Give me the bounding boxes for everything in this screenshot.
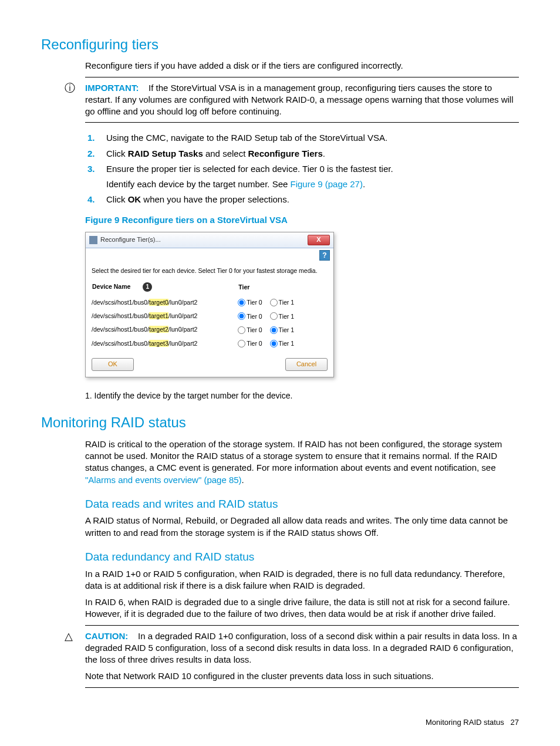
- figure-9-caption: Figure 9 Reconfigure tiers on a StoreVir…: [85, 214, 519, 226]
- tier0-radio[interactable]: [238, 299, 245, 306]
- heading-reconfiguring-tiers: Reconfiguring tiers: [41, 35, 519, 54]
- tier1-radio[interactable]: [270, 299, 278, 306]
- paragraph-reconf-intro: Reconfigure tiers if you have added a di…: [85, 60, 519, 72]
- device-target-highlight: target2: [149, 326, 168, 333]
- step-3b: Identify each device by the target numbe…: [106, 179, 291, 189]
- device-path-pre: /dev/scsi/host1/bus0/: [92, 326, 149, 333]
- tier1-radio[interactable]: [270, 312, 278, 320]
- table-row: /dev/scsi/host1/bus0/target1/lun0/part2 …: [92, 309, 328, 323]
- callout-badge-1: 1: [143, 282, 152, 292]
- device-path-post: /lun0/part2: [168, 299, 198, 306]
- page-footer: Monitoring RAID status 27: [41, 717, 519, 728]
- step-4-bold: OK: [128, 194, 141, 204]
- col-tier: Tier: [238, 282, 328, 295]
- table-row: /dev/scsi/host1/bus0/target0/lun0/part2 …: [92, 295, 328, 309]
- step-4c: when you have the proper selections.: [141, 194, 289, 204]
- device-target-highlight: target1: [149, 312, 168, 319]
- device-path-post: /lun0/part2: [168, 326, 198, 333]
- step-3c: .: [363, 179, 365, 189]
- reconfigure-tiers-dialog: Reconfigure Tier(s)... X ? Select the de…: [85, 232, 334, 378]
- dialog-help-button[interactable]: ?: [319, 250, 330, 261]
- important-text: If the StoreVirtual VSA is in a manageme…: [85, 83, 514, 117]
- device-path-pre: /dev/scsi/host1/bus0/: [92, 340, 149, 347]
- dialog-close-button[interactable]: X: [308, 235, 330, 245]
- heading-data-reads-writes: Data reads and writes and RAID status: [85, 497, 519, 512]
- dialog-device-table: Device Name 1 Tier /dev/scsi/host1/bus0/…: [92, 282, 328, 350]
- important-label: IMPORTANT:: [85, 83, 139, 93]
- step-4: Click OK when you have the proper select…: [103, 194, 519, 205]
- tier1-radio[interactable]: [270, 340, 278, 347]
- dialog-instruction: Select the desired tier for each device.…: [92, 266, 328, 275]
- dialog-titlebar: Reconfigure Tier(s)... X: [86, 232, 333, 248]
- step-1: Using the CMC, navigate to the RAID Setu…: [103, 132, 519, 144]
- caution-label: CAUTION:: [85, 631, 128, 641]
- steps-list: Using the CMC, navigate to the RAID Setu…: [85, 132, 519, 205]
- tier1-label: Tier 1: [279, 340, 294, 347]
- paragraph-data-reads-writes: A RAID status of Normal, Rebuild, or Deg…: [85, 515, 519, 539]
- step-3a: Ensure the proper tier is selected for e…: [106, 164, 393, 174]
- ok-button[interactable]: OK: [92, 358, 134, 371]
- tier0-label: Tier 0: [247, 313, 262, 320]
- tier0-radio[interactable]: [238, 326, 245, 334]
- tier0-label: Tier 0: [247, 299, 262, 306]
- device-path-post: /lun0/part2: [168, 312, 198, 319]
- paragraph-data-redundancy-2: In RAID 6, when RAID is degraded due to …: [85, 596, 519, 620]
- footer-section: Monitoring RAID status: [426, 718, 504, 727]
- device-path-post: /lun0/part2: [168, 340, 198, 347]
- tier0-label: Tier 0: [247, 340, 262, 347]
- step-2-text2: and select: [203, 148, 248, 158]
- col-device-name: Device Name: [92, 283, 130, 290]
- cancel-button[interactable]: Cancel: [285, 358, 328, 371]
- device-path-pre: /dev/scsi/host1/bus0/: [92, 299, 149, 306]
- heading-monitoring-raid: Monitoring RAID status: [41, 413, 519, 432]
- tier1-label: Tier 1: [279, 313, 294, 320]
- dialog-title: Reconfigure Tier(s)...: [89, 235, 161, 244]
- important-callout: ⓘ IMPORTANT: If the StoreVirtual VSA is …: [85, 77, 519, 123]
- table-row: /dev/scsi/host1/bus0/target3/lun0/part2 …: [92, 336, 328, 350]
- dialog-title-text: Reconfigure Tier(s)...: [100, 235, 161, 244]
- caution-callout: △ CAUTION: In a degraded RAID 1+0 config…: [85, 625, 519, 688]
- step-2-bold2: Reconfigure Tiers: [248, 148, 322, 158]
- step-2: Click RAID Setup Tasks and select Reconf…: [103, 148, 519, 160]
- device-target-highlight: target3: [149, 340, 168, 347]
- figure-9-link[interactable]: Figure 9 (page 27): [291, 179, 363, 189]
- caution-note: Note that Network RAID 10 configured in …: [85, 670, 519, 682]
- paragraph-data-redundancy-1: In a RAID 1+0 or RAID 5 configuration, w…: [85, 568, 519, 592]
- alarms-events-link[interactable]: "Alarms and events overview" (page 85): [85, 475, 242, 485]
- device-path-pre: /dev/scsi/host1/bus0/: [92, 312, 149, 319]
- caution-text: In a degraded RAID 1+0 configuration, lo…: [85, 631, 517, 665]
- important-icon: ⓘ: [65, 81, 75, 95]
- step-3: Ensure the proper tier is selected for e…: [103, 163, 519, 191]
- step-2-bold1: RAID Setup Tasks: [128, 148, 203, 158]
- table-row: /dev/scsi/host1/bus0/target2/lun0/part2 …: [92, 323, 328, 336]
- device-target-highlight: target0: [149, 299, 168, 306]
- caution-icon: △: [65, 629, 73, 643]
- tier0-label: Tier 0: [247, 326, 262, 333]
- dialog-title-icon: [89, 236, 97, 244]
- tier1-label: Tier 1: [279, 299, 294, 306]
- step-2-text: Click: [106, 148, 128, 158]
- paragraph-monitoring: RAID is critical to the operation of the…: [85, 438, 519, 486]
- step-4a: Click: [106, 194, 128, 204]
- tier0-radio[interactable]: [238, 340, 245, 347]
- heading-data-redundancy: Data redundancy and RAID status: [85, 549, 519, 565]
- figure-footnote: 1. Identify the device by the target num…: [85, 390, 519, 401]
- footer-page-number: 27: [511, 718, 519, 727]
- monitoring-text: RAID is critical to the operation of the…: [85, 439, 502, 473]
- tier0-radio[interactable]: [238, 312, 245, 320]
- monitoring-text-end: .: [242, 475, 244, 485]
- tier1-label: Tier 1: [279, 326, 294, 333]
- tier1-radio[interactable]: [270, 326, 278, 334]
- step-2-text3: .: [323, 148, 325, 158]
